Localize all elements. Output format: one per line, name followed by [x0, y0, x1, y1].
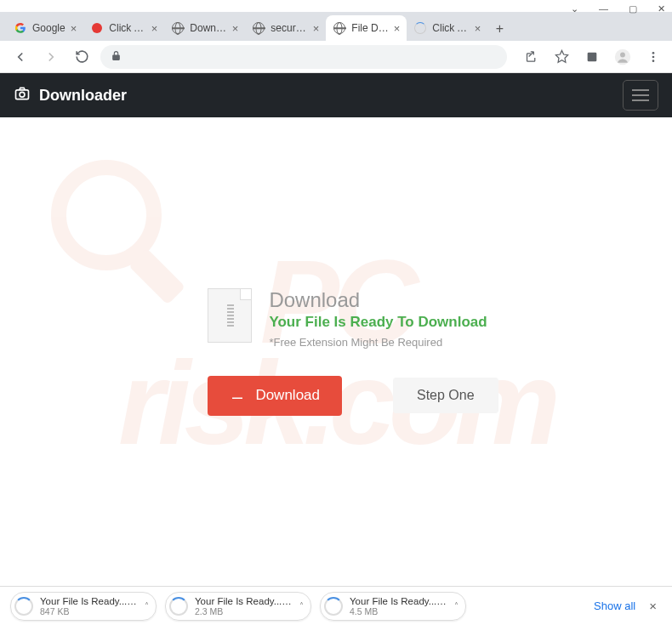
download-spinner-icon [169, 597, 188, 616]
tab-click-allow-2[interactable]: Click Allow × [407, 15, 487, 41]
tab-google[interactable]: Google × [7, 15, 83, 41]
window-minimize-button[interactable]: — [599, 3, 608, 14]
forward-button[interactable] [39, 45, 63, 69]
show-all-downloads-button[interactable]: Show all [594, 599, 635, 612]
svg-point-4 [652, 55, 655, 58]
window-dropdown-icon[interactable]: ⌄ [571, 3, 578, 14]
tab-close-icon[interactable]: × [71, 22, 77, 35]
download-icon [230, 386, 245, 406]
tab-close-icon[interactable]: × [232, 22, 239, 35]
loading-spinner-icon [413, 21, 427, 35]
download-size: 2.3 MB [195, 606, 293, 616]
download-filename: Your File Is Ready....vhd [195, 596, 293, 606]
svg-point-3 [652, 52, 655, 54]
tab-secureddo[interactable]: secureddo... × [245, 15, 326, 41]
tab-title: Google [32, 22, 65, 34]
extensions-icon[interactable] [582, 47, 602, 67]
google-favicon [14, 21, 27, 35]
tab-title: secureddo... [271, 22, 307, 34]
tab-strip: Google × Click Allow × Download... × sec… [0, 12, 672, 41]
download-heading: Download [269, 288, 487, 312]
download-spinner-icon [14, 597, 33, 616]
tab-click-allow-1[interactable]: Click Allow × [83, 15, 164, 41]
download-item[interactable]: Your File Is Ready....vhd 2.3 MB ˄ [165, 592, 311, 621]
page-header: Downloader [0, 73, 672, 117]
camera-icon [14, 85, 31, 106]
tab-title: Click Allow [432, 22, 469, 34]
tab-close-icon[interactable]: × [151, 22, 158, 35]
share-icon[interactable] [521, 47, 541, 67]
reload-button[interactable] [70, 45, 94, 69]
tab-close-icon[interactable]: × [394, 22, 401, 35]
tab-title: Click Allow [109, 22, 145, 34]
download-filename: Your File Is Ready....vhd [40, 596, 138, 606]
tab-file-download[interactable]: File Downl... × [326, 15, 407, 41]
download-size: 847 KB [40, 606, 138, 616]
svg-point-2 [620, 52, 625, 57]
chevron-up-icon[interactable]: ˄ [299, 601, 304, 611]
close-downloads-bar-button[interactable]: × [644, 599, 662, 613]
downloads-bar: Your File Is Ready....vhd 847 KB ˄ Your … [0, 586, 672, 625]
tab-close-icon[interactable]: × [475, 22, 481, 35]
window-close-button[interactable]: ✕ [658, 3, 665, 14]
bookmark-icon[interactable] [551, 47, 572, 67]
step-one-button[interactable]: Step One [393, 378, 498, 413]
red-dot-favicon [90, 21, 104, 35]
tab-close-icon[interactable]: × [313, 22, 320, 35]
tab-title: File Downl... [351, 22, 388, 34]
download-panel: Download Your File Is Ready To Download … [174, 288, 498, 416]
brand: Downloader [14, 85, 127, 106]
svg-point-5 [652, 60, 655, 62]
window-maximize-button[interactable]: ▢ [629, 3, 637, 14]
hamburger-menu-button[interactable] [623, 80, 658, 111]
globe-favicon [252, 21, 265, 35]
profile-icon[interactable] [612, 47, 633, 67]
address-bar[interactable] [100, 45, 507, 69]
tab-title: Download... [190, 22, 226, 34]
brand-text: Downloader [39, 87, 127, 105]
svg-point-7 [20, 92, 25, 97]
svg-rect-6 [16, 89, 29, 99]
svg-rect-0 [588, 52, 597, 61]
download-item[interactable]: Your File Is Ready....vhd 4.5 MB ˄ [320, 592, 466, 621]
new-tab-button[interactable]: + [487, 17, 511, 41]
download-button-label: Download [255, 387, 320, 404]
ready-text: Your File Is Ready To Download [269, 314, 487, 331]
back-button[interactable] [9, 45, 32, 69]
menu-icon[interactable] [643, 47, 663, 67]
globe-favicon [171, 21, 185, 35]
globe-favicon [333, 21, 346, 35]
window-controls: ⌄ — ▢ ✕ [0, 0, 672, 12]
lock-icon [111, 49, 122, 65]
chevron-up-icon[interactable]: ˄ [145, 601, 149, 611]
download-button[interactable]: Download [208, 376, 342, 416]
download-size: 4.5 MB [350, 606, 447, 616]
download-filename: Your File Is Ready....vhd [350, 596, 447, 606]
page-body: PCrisk.com Download Your File Is Ready T… [0, 117, 672, 586]
tab-download[interactable]: Download... × [164, 15, 245, 41]
chevron-up-icon[interactable]: ˄ [454, 601, 458, 611]
extension-note: *Free Extension Might Be Required [269, 336, 487, 349]
download-spinner-icon [324, 597, 343, 616]
download-item[interactable]: Your File Is Ready....vhd 847 KB ˄ [10, 592, 157, 621]
file-icon [208, 288, 252, 343]
browser-toolbar [0, 41, 672, 73]
